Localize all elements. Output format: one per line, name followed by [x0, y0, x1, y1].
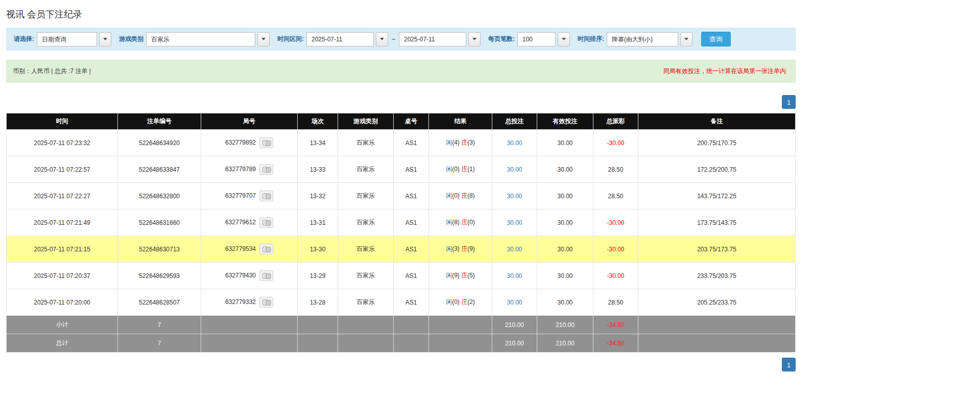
banker-result: 庄	[461, 245, 467, 252]
query-type-combobox[interactable]: 日期查询	[37, 32, 111, 46]
round-id-cell: 632779612	[201, 209, 298, 236]
summary-valid-bet-cell: 210.00	[537, 316, 593, 334]
chevron-down-icon[interactable]	[376, 32, 388, 46]
pagination-bottom: 1	[6, 358, 796, 371]
col-header-round-id: 局号	[201, 113, 298, 130]
result-cell: 闲(0) 庄(2)	[429, 289, 492, 316]
search-button[interactable]: 查询	[701, 32, 731, 46]
note-cell: 200.75/170.75	[638, 130, 796, 156]
chevron-down-icon[interactable]	[680, 32, 692, 46]
page-1-button[interactable]: 1	[782, 95, 796, 109]
note-cell: 172.25/200.75	[638, 156, 796, 183]
page-title: 视讯 会员下注纪录	[6, 0, 796, 28]
round-id: 632779892	[225, 139, 256, 146]
result-cell: 闲(9) 庄(5)	[429, 263, 492, 289]
chevron-down-icon[interactable]	[468, 32, 481, 46]
player-count: (3)	[452, 245, 460, 252]
date-to-picker[interactable]: 2025-07-11	[399, 32, 481, 46]
banker-count: (1)	[467, 166, 475, 173]
bet-id-cell: 522648630713	[118, 236, 201, 263]
summary-payout-cell: -34.50	[593, 334, 638, 353]
payout-cell: -30.00	[593, 236, 638, 263]
chevron-down-icon[interactable]	[99, 32, 111, 46]
chevron-down-icon[interactable]	[558, 32, 570, 46]
total-bet-link[interactable]: 30.00	[507, 166, 522, 173]
payout-cell: -30.00	[593, 209, 638, 236]
session-cell: 13-33	[298, 156, 338, 183]
summary-label-cell: 小计	[7, 316, 118, 334]
game-record-icon[interactable]	[259, 191, 273, 201]
col-header-payout: 总派彩	[593, 113, 638, 130]
date-from-picker[interactable]: 2025-07-11	[306, 32, 388, 46]
total-bet-link[interactable]: 30.00	[507, 139, 522, 147]
table-row: 2025-07-11 07:21:15522648630713632779534…	[7, 236, 796, 263]
col-header-total-bet: 总投注	[492, 113, 537, 130]
page-1-button[interactable]: 1	[782, 358, 796, 371]
query-type-value[interactable]: 日期查询	[37, 32, 97, 46]
empty-cell	[394, 334, 429, 353]
sort-order-value[interactable]: 降幂(由大到小)	[607, 32, 678, 46]
payout-value: 28.50	[608, 299, 623, 306]
valid-bet-note: 同局有效投注，统一计算在该局第一张注单内	[663, 67, 789, 76]
bet-time-cell: 2025-07-11 07:20:37	[7, 263, 118, 289]
table-body: 2025-07-11 07:23:32522648634920632779892…	[7, 130, 796, 353]
table-row: 2025-07-11 07:22:27522648632800632779707…	[7, 183, 796, 209]
banker-count: (8)	[467, 192, 475, 199]
sort-order-combobox[interactable]: 降幂(由大到小)	[607, 32, 692, 46]
summary-total-bet-cell: 210.00	[492, 334, 537, 353]
col-header-valid-bet: 有效投注	[537, 113, 593, 130]
date-from-value[interactable]: 2025-07-11	[306, 32, 374, 46]
table-row: 2025-07-11 07:20:37522648629593632779430…	[7, 263, 796, 289]
payout-value: -30.00	[607, 219, 624, 226]
note-cell: 173.75/143.75	[638, 209, 796, 236]
bet-id-cell: 522648628507	[118, 289, 201, 316]
game-record-icon[interactable]	[259, 217, 273, 228]
col-header-game-type: 游戏类别	[338, 113, 394, 130]
valid-bet-cell: 30.00	[537, 183, 593, 209]
valid-bet-cell: 30.00	[537, 209, 593, 236]
round-id-cell: 632779707	[201, 183, 298, 209]
result-cell: 闲(4) 庄(3)	[429, 130, 492, 156]
round-id: 632779430	[225, 272, 256, 279]
table-no-cell: AS1	[394, 183, 429, 209]
banker-result: 庄	[461, 219, 467, 226]
summary-count-cell: 7	[118, 316, 201, 334]
player-result: 闲	[446, 166, 452, 173]
table-no-cell: AS1	[394, 209, 429, 236]
table-no-cell: AS1	[394, 289, 429, 316]
total-bet-cell: 30.00	[492, 156, 537, 183]
game-record-icon[interactable]	[259, 270, 273, 281]
result-cell: 闲(0) 庄(8)	[429, 183, 492, 209]
game-record-icon[interactable]	[259, 164, 273, 175]
player-count: (0)	[452, 298, 460, 306]
payout-value: -30.00	[607, 246, 624, 253]
chevron-down-icon[interactable]	[257, 32, 270, 46]
round-id-cell: 632779430	[201, 263, 298, 289]
game-type-value[interactable]: 百家乐	[146, 32, 255, 46]
game-record-icon[interactable]	[259, 244, 273, 254]
date-to-value[interactable]: 2025-07-11	[399, 32, 466, 46]
bet-time-cell: 2025-07-11 07:21:15	[7, 236, 118, 263]
total-bet-link[interactable]: 30.00	[507, 219, 522, 226]
total-bet-link[interactable]: 30.00	[507, 246, 522, 253]
banker-count: (2)	[467, 298, 475, 306]
total-bet-link[interactable]: 30.00	[507, 272, 522, 279]
per-page-combobox[interactable]: 100	[517, 32, 570, 46]
total-bet-link[interactable]: 30.00	[507, 299, 522, 306]
select-type-label: 请选择:	[14, 35, 34, 43]
total-bet-link[interactable]: 30.00	[507, 193, 522, 200]
summary-row: 小计7210.00210.00-34.50	[7, 316, 796, 334]
session-cell: 13-31	[298, 209, 338, 236]
round-id: 632779534	[225, 245, 256, 252]
payout-value: -30.00	[607, 139, 624, 147]
note-cell: 205.25/233.75	[638, 289, 796, 316]
payout-cell: 28.50	[593, 183, 638, 209]
player-count: (4)	[452, 139, 460, 146]
game-record-icon[interactable]	[259, 137, 273, 148]
player-result: 闲	[446, 272, 452, 279]
per-page-value[interactable]: 100	[517, 32, 556, 46]
round-id: 632779707	[225, 192, 256, 199]
game-record-icon[interactable]	[259, 297, 273, 308]
player-result: 闲	[446, 245, 452, 252]
game-type-combobox[interactable]: 百家乐	[146, 32, 270, 46]
